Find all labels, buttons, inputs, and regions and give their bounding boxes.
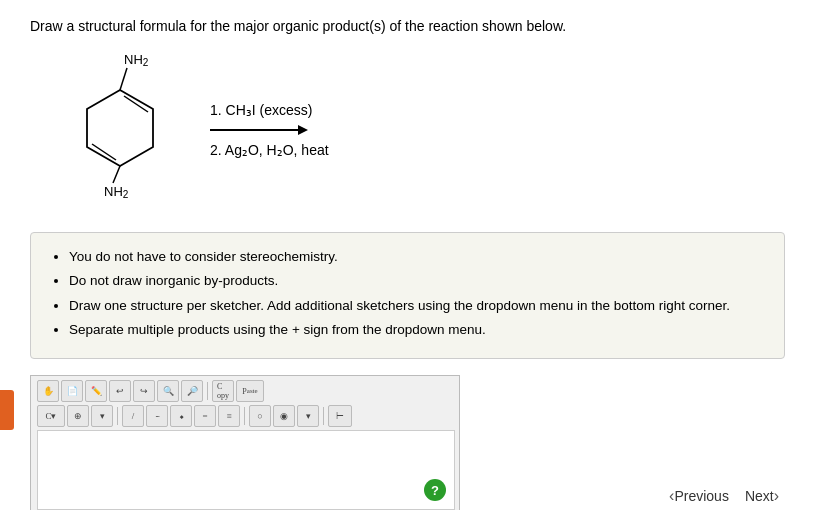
previous-button[interactable]: ‹ Previous (663, 483, 735, 509)
redo-tool[interactable]: ↪ (133, 380, 155, 402)
ring-tool-dropdown[interactable]: ▾ (91, 405, 113, 427)
svg-line-4 (113, 166, 120, 183)
circle-tool[interactable]: ○ (249, 405, 271, 427)
svg-line-3 (120, 68, 127, 90)
reaction-area: NH2 NH2 1. CH₃I (excess) 2 (30, 48, 785, 212)
dashed-bond-tool[interactable]: ··· (146, 405, 168, 427)
hint-item: You do not have to consider stereochemis… (69, 247, 766, 267)
svg-text:NH2: NH2 (124, 52, 149, 68)
new-doc-tool[interactable]: 📄 (61, 380, 83, 402)
reagent-step2: 2. Ag₂O, H₂O, heat (210, 139, 329, 161)
hint-item: Draw one structure per sketcher. Add add… (69, 296, 766, 316)
hints-list: You do not have to consider stereochemis… (49, 247, 766, 340)
ring-tool[interactable]: ⊕ (67, 405, 89, 427)
shape-dropdown[interactable]: ▾ (297, 405, 319, 427)
hint-item: Do not draw inorganic by-products. (69, 271, 766, 291)
filled-circle-tool[interactable]: ◉ (273, 405, 295, 427)
undo-tool[interactable]: ↩ (109, 380, 131, 402)
zoom-out-tool[interactable]: 🔎 (181, 380, 203, 402)
molecule-diagram: NH2 NH2 (70, 48, 170, 212)
svg-marker-1 (87, 90, 153, 166)
double-bond-tool[interactable]: = (194, 405, 216, 427)
next-button[interactable]: Next › (739, 483, 785, 509)
sketcher-canvas[interactable]: ? (37, 430, 455, 510)
toolbar-row-2: C▾ ⊕ ▾ / ··· ⬥ = ≡ ○ ◉ ▾ ⊢ (37, 405, 453, 427)
question-text: Draw a structural formula for the major … (30, 18, 785, 34)
reagent-step1: 1. CH₃I (excess) (210, 99, 312, 121)
svg-text:NH2: NH2 (104, 184, 129, 200)
single-bond-tool[interactable]: / (122, 405, 144, 427)
paste-tool[interactable]: Paste (236, 380, 264, 402)
wedge-bond-tool[interactable]: ⬥ (170, 405, 192, 427)
select-tool[interactable]: C▾ (37, 405, 65, 427)
next-label: Next (745, 488, 774, 504)
orange-tab[interactable] (0, 390, 14, 430)
previous-label: Previous (674, 488, 728, 504)
draw-tool[interactable]: ✏️ (85, 380, 107, 402)
orient-tool[interactable]: ⊢ (328, 405, 352, 427)
hand-tool[interactable]: ✋ (37, 380, 59, 402)
hints-box: You do not have to consider stereochemis… (30, 232, 785, 359)
navigation-area: ‹ Previous Next › (663, 483, 785, 509)
sketcher-area: ✋ 📄 ✏️ ↩ ↪ 🔍 🔎 Copy Paste C▾ ⊕ ▾ (30, 375, 460, 510)
triple-bond-tool[interactable]: ≡ (218, 405, 240, 427)
zoom-in-tool[interactable]: 🔍 (157, 380, 179, 402)
hint-item: Separate multiple products using the + s… (69, 320, 766, 340)
help-button[interactable]: ? (424, 479, 446, 501)
toolbar-row-1: ✋ 📄 ✏️ ↩ ↪ 🔍 🔎 Copy Paste (37, 380, 453, 402)
next-chevron-icon: › (774, 487, 779, 505)
copy-tool[interactable]: Copy (212, 380, 234, 402)
